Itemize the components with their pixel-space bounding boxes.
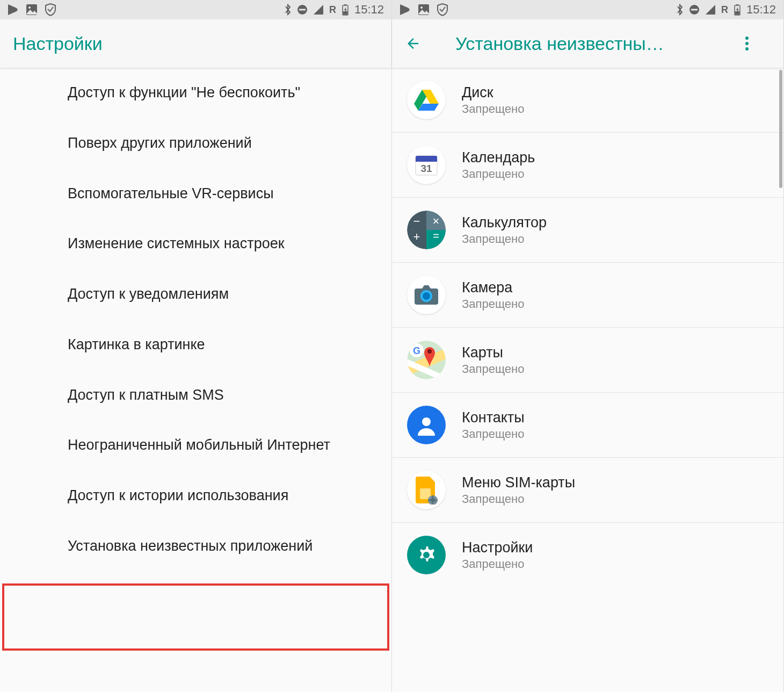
camera-icon — [407, 276, 446, 314]
svg-point-8 — [420, 6, 423, 9]
svg-rect-40 — [435, 500, 438, 501]
app-status-label: Запрещено — [462, 102, 524, 116]
settings-item-notification-access[interactable]: Доступ к уведомлениям — [0, 269, 391, 320]
settings-item-unlimited-data[interactable]: Неограниченный мобильный Интернет — [0, 420, 391, 471]
phone-left-settings: R 15:12 Настройки Доступ к функции "Не б… — [0, 0, 392, 692]
app-name-label: Контакты — [462, 409, 525, 426]
page-title: Настройки — [13, 33, 379, 54]
svg-point-36 — [431, 498, 435, 502]
svg-text:31: 31 — [420, 163, 432, 174]
contacts-icon — [407, 406, 446, 444]
app-status-label: Запрещено — [462, 492, 575, 506]
bluetooth-icon — [676, 4, 684, 16]
app-name-label: Калькулятор — [462, 214, 547, 231]
svg-point-16 — [745, 47, 749, 51]
settings-item-install-unknown[interactable]: Установка неизвестных приложений — [0, 521, 391, 572]
do-not-disturb-icon — [297, 4, 308, 15]
settings-item-usage-access[interactable]: Доступ к истории использования — [0, 471, 391, 521]
topbar-right: Установка неизвестны… — [392, 19, 783, 68]
app-status-label: Запрещено — [462, 557, 533, 571]
settings-icon — [407, 536, 446, 574]
network-type-label: R — [329, 4, 336, 16]
bluetooth-icon — [284, 4, 292, 16]
app-item-settings[interactable]: Настройки Запрещено — [392, 523, 783, 587]
app-status-label: Запрещено — [462, 297, 524, 311]
app-item-maps[interactable]: G Карты Запрещено — [392, 328, 783, 393]
status-right-icons: R 15:12 — [284, 3, 384, 17]
maps-icon: G — [407, 341, 446, 379]
svg-text:−: − — [413, 214, 420, 228]
settings-list[interactable]: Доступ к функции "Не беспокоить" Поверх … — [0, 68, 391, 692]
app-status-label: Запрещено — [462, 362, 524, 376]
battery-charging-icon — [734, 4, 741, 16]
do-not-disturb-icon — [689, 4, 700, 15]
app-name-label: Настройки — [462, 539, 533, 556]
svg-text:×: × — [433, 214, 440, 228]
status-clock: 15:12 — [746, 3, 776, 17]
overflow-menu-button[interactable] — [745, 35, 771, 52]
app-name-label: Диск — [462, 84, 524, 101]
svg-rect-37 — [432, 495, 433, 498]
svg-text:G: G — [413, 345, 420, 356]
svg-rect-39 — [428, 500, 431, 501]
signal-icon — [313, 4, 324, 15]
gallery-icon — [418, 4, 430, 16]
svg-point-1 — [28, 6, 31, 9]
status-left-icons — [8, 3, 56, 16]
status-left-icons — [400, 3, 448, 16]
network-type-label: R — [721, 4, 728, 16]
status-bar: R 15:12 — [392, 0, 783, 19]
svg-rect-10 — [691, 9, 698, 11]
app-name-label: Меню SIM-карты — [462, 474, 575, 491]
svg-rect-38 — [432, 502, 433, 504]
svg-point-15 — [745, 42, 749, 45]
svg-rect-12 — [736, 4, 738, 5]
app-status-label: Запрещено — [462, 427, 525, 441]
back-button[interactable] — [405, 35, 431, 52]
status-clock: 15:12 — [354, 3, 384, 17]
settings-item-overlay[interactable]: Поверх других приложений — [0, 118, 391, 169]
phone-right-install-unknown: R 15:12 Установка неизвестны… Диск Запре… — [392, 0, 784, 692]
settings-item-pip[interactable]: Картинка в картинке — [0, 320, 391, 370]
settings-item-vr-helper[interactable]: Вспомогательные VR-сервисы — [0, 169, 391, 219]
settings-item-modify-system[interactable]: Изменение системных настроек — [0, 219, 391, 269]
status-bar: R 15:12 — [0, 0, 391, 19]
gallery-icon — [26, 4, 38, 16]
app-item-contacts[interactable]: Контакты Запрещено — [392, 393, 783, 458]
shield-check-icon — [45, 3, 56, 16]
signal-icon — [705, 4, 716, 15]
svg-point-14 — [745, 37, 749, 40]
app-item-sim-menu[interactable]: Меню SIM-карты Запрещено — [392, 458, 783, 523]
app-item-calculator[interactable]: − × + = Калькулятор Запрещено — [392, 198, 783, 263]
app-name-label: Календарь — [462, 149, 535, 166]
svg-point-33 — [422, 417, 431, 426]
app-item-drive[interactable]: Диск Запрещено — [392, 68, 783, 133]
play-store-icon — [400, 4, 410, 16]
battery-charging-icon — [342, 4, 349, 16]
app-item-calendar[interactable]: 31 Календарь Запрещено — [392, 133, 783, 198]
svg-rect-5 — [344, 4, 346, 5]
svg-text:=: = — [433, 230, 439, 242]
app-status-label: Запрещено — [462, 167, 535, 181]
drive-icon — [407, 81, 446, 119]
calendar-icon: 31 — [407, 146, 446, 184]
app-name-label: Камера — [462, 279, 524, 296]
scrollbar-thumb[interactable] — [779, 70, 782, 188]
page-title: Установка неизвестны… — [431, 33, 745, 54]
svg-text:+: + — [413, 230, 420, 243]
settings-item-premium-sms[interactable]: Доступ к платным SMS — [0, 370, 391, 421]
calculator-icon: − × + = — [407, 211, 446, 249]
app-list[interactable]: Диск Запрещено 31 Календарь Запрещено — [392, 68, 783, 692]
status-right-icons: R 15:12 — [676, 3, 776, 17]
app-status-label: Запрещено — [462, 232, 547, 246]
app-item-camera[interactable]: Камера Запрещено — [392, 263, 783, 328]
svg-point-27 — [423, 292, 430, 300]
svg-rect-19 — [416, 160, 437, 162]
play-store-icon — [8, 4, 18, 16]
sim-icon — [407, 471, 446, 509]
settings-item-dnd-access[interactable]: Доступ к функции "Не беспокоить" — [0, 68, 391, 118]
shield-check-icon — [437, 3, 448, 16]
svg-point-32 — [427, 349, 432, 354]
topbar-left: Настройки — [0, 19, 391, 68]
app-name-label: Карты — [462, 344, 524, 361]
